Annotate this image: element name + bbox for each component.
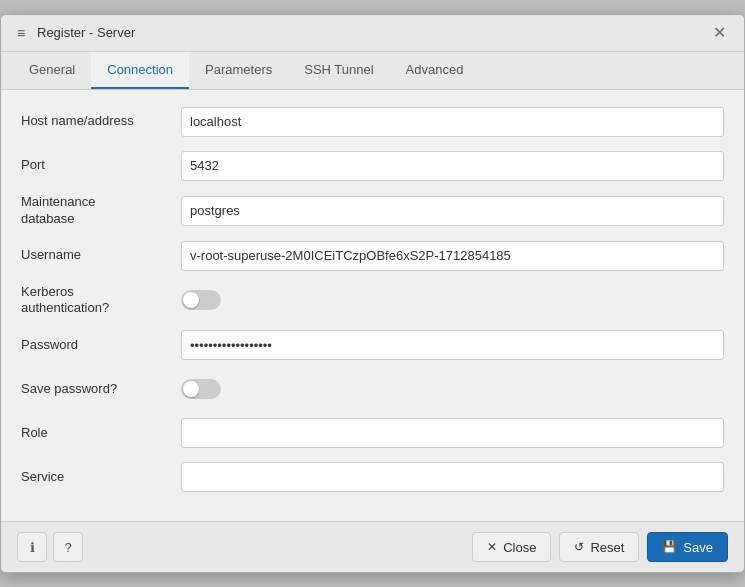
save-password-row: Save password? [21,373,724,405]
reset-label: Reset [590,540,624,555]
port-label: Port [21,157,181,174]
port-row: Port [21,150,724,182]
save-password-toggle-slider [181,379,221,399]
reset-button[interactable]: ↺ Reset [559,532,639,562]
kerberos-toggle[interactable] [181,290,221,310]
username-input[interactable] [181,241,724,271]
role-row: Role [21,417,724,449]
tab-general[interactable]: General [13,52,91,89]
username-row: Username [21,240,724,272]
register-server-dialog: ≡ Register - Server ✕ General Connection… [0,14,745,574]
help-icon: ? [64,540,71,555]
maintenance-db-input[interactable] [181,196,724,226]
footer-right: ✕ Close ↺ Reset 💾 Save [472,532,728,562]
save-label: Save [683,540,713,555]
footer-left: ℹ ? [17,532,83,562]
form-content: Host name/address Port Maintenance datab… [1,90,744,522]
host-row: Host name/address [21,106,724,138]
service-row: Service [21,461,724,493]
tab-ssh-tunnel[interactable]: SSH Tunnel [288,52,389,89]
tab-bar: General Connection Parameters SSH Tunnel… [1,52,744,90]
save-password-label: Save password? [21,381,181,398]
role-label: Role [21,425,181,442]
info-icon: ℹ [30,540,35,555]
kerberos-toggle-container [181,290,724,310]
reset-icon: ↺ [574,540,584,554]
kerberos-row: Kerberos authentication? [21,284,724,318]
kerberos-label: Kerberos authentication? [21,284,181,318]
password-input[interactable] [181,330,724,360]
password-row: Password [21,329,724,361]
host-label: Host name/address [21,113,181,130]
port-input[interactable] [181,151,724,181]
tab-connection[interactable]: Connection [91,52,189,89]
help-button[interactable]: ? [53,532,83,562]
save-password-toggle[interactable] [181,379,221,399]
kerberos-toggle-slider [181,290,221,310]
tab-parameters[interactable]: Parameters [189,52,288,89]
footer: ℹ ? ✕ Close ↺ Reset 💾 Save [1,521,744,572]
maintenance-db-row: Maintenance database [21,194,724,228]
save-password-toggle-container [181,379,724,399]
close-label: Close [503,540,536,555]
info-button[interactable]: ℹ [17,532,47,562]
tab-advanced[interactable]: Advanced [390,52,480,89]
save-icon: 💾 [662,540,677,554]
close-icon: ✕ [487,540,497,554]
titlebar: ≡ Register - Server ✕ [1,15,744,52]
role-input[interactable] [181,418,724,448]
dialog-close-button[interactable]: ✕ [707,23,732,43]
titlebar-left: ≡ Register - Server [13,25,135,41]
maintenance-db-label: Maintenance database [21,194,181,228]
password-label: Password [21,337,181,354]
close-button[interactable]: ✕ Close [472,532,551,562]
service-label: Service [21,469,181,486]
dialog-title: Register - Server [37,25,135,40]
service-input[interactable] [181,462,724,492]
host-input[interactable] [181,107,724,137]
save-button[interactable]: 💾 Save [647,532,728,562]
username-label: Username [21,247,181,264]
dialog-icon: ≡ [13,25,29,41]
